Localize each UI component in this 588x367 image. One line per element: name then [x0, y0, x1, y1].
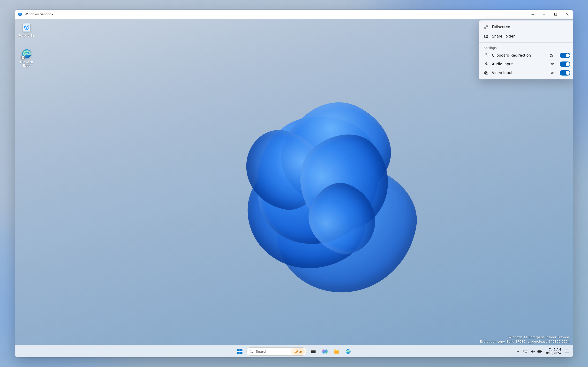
- taskbar-search[interactable]: Search: [246, 347, 307, 356]
- setting-audio-label: Audio Input: [492, 62, 546, 66]
- tray-date: 8/13/2024: [546, 351, 561, 355]
- tray-clock[interactable]: 7:47 AM 8/13/2024: [546, 348, 561, 355]
- sandbox-app-icon: [18, 12, 22, 17]
- setting-clipboard-toggle[interactable]: [560, 53, 570, 58]
- setting-video-input: Video Input On: [479, 68, 573, 77]
- taskbar-search-placeholder: Search: [256, 350, 267, 353]
- taskbar-file-explorer[interactable]: [332, 346, 342, 357]
- system-tray: 7:47 AM 8/13/2024: [515, 348, 573, 355]
- taskbar-center: Search: [235, 346, 353, 357]
- svg-point-10: [485, 72, 487, 74]
- settings-header: Settings: [479, 44, 573, 51]
- search-icon: [249, 350, 253, 353]
- setting-audio-state: On: [549, 62, 554, 66]
- tray-volume-icon[interactable]: [530, 349, 535, 354]
- maximize-button[interactable]: [550, 10, 561, 19]
- tray-display-icon[interactable]: [523, 349, 528, 354]
- setting-audio-toggle[interactable]: [560, 61, 570, 67]
- svg-rect-3: [543, 14, 545, 14]
- watermark-line-1: Windows 11 Enterprise Insider Preview: [480, 335, 570, 339]
- taskbar-task-view[interactable]: [308, 346, 318, 357]
- window-title: Windows Sandbox: [25, 12, 53, 16]
- watermark-line-2: Evaluation copy. Build 27686.rs_prerelea…: [480, 339, 570, 344]
- options-dropdown: Fullscreen Share Folder Settings Clipboa…: [479, 20, 573, 79]
- tray-overflow-button[interactable]: [515, 349, 521, 354]
- taskbar-copilot[interactable]: [320, 346, 330, 357]
- svg-point-2: [533, 14, 534, 14]
- taskbar: Search: [15, 345, 573, 357]
- tray-notifications-button[interactable]: [564, 349, 570, 354]
- search-highlight-icon: [291, 348, 305, 355]
- desktop-icon-recycle-bin[interactable]: Recycle Bin: [17, 21, 36, 37]
- taskbar-edge[interactable]: [343, 346, 353, 357]
- svg-rect-15: [237, 349, 240, 351]
- menu-share-folder-label: Share Folder: [492, 34, 515, 39]
- svg-rect-26: [541, 351, 542, 352]
- more-options-button[interactable]: [527, 10, 538, 19]
- setting-clipboard-redirection: Clipboard Redirection On: [479, 51, 573, 60]
- camera-icon: [484, 70, 489, 75]
- svg-rect-4: [555, 13, 557, 15]
- menu-fullscreen[interactable]: Fullscreen: [479, 23, 573, 32]
- svg-rect-24: [525, 351, 527, 352]
- svg-rect-17: [237, 352, 240, 354]
- desktop-icon-edge-label-1: Microsoft: [17, 60, 36, 64]
- svg-point-0: [531, 14, 531, 14]
- menu-share-folder[interactable]: Share Folder: [479, 32, 573, 41]
- fullscreen-icon: [484, 25, 489, 30]
- svg-rect-27: [538, 351, 541, 352]
- menu-fullscreen-label: Fullscreen: [492, 25, 510, 29]
- close-button[interactable]: [561, 10, 573, 19]
- start-button[interactable]: [235, 346, 245, 357]
- desktop-icon-recycle-bin-label: Recycle Bin: [17, 34, 36, 37]
- recycle-bin-icon: [21, 21, 33, 33]
- svg-point-1: [532, 14, 533, 14]
- clipboard-icon: [484, 53, 489, 58]
- microphone-icon: [484, 62, 489, 67]
- setting-clipboard-label: Clipboard Redirection: [492, 53, 546, 58]
- edge-icon: ↗: [21, 48, 33, 59]
- svg-rect-13: [23, 23, 31, 25]
- wallpaper-bloom: [207, 73, 437, 303]
- sandbox-window: Windows Sandbox Fullscreen Share Folder: [15, 10, 573, 357]
- desktop-icon-edge-label-2: Edge: [17, 64, 36, 67]
- svg-rect-18: [240, 352, 243, 354]
- desktop-icon-edge[interactable]: ↗ Microsoft Edge: [17, 48, 36, 67]
- setting-clipboard-state: On: [549, 53, 554, 57]
- setting-video-label: Video Input: [492, 71, 546, 75]
- menu-separator: [479, 42, 573, 43]
- minimize-button[interactable]: [538, 10, 550, 19]
- setting-audio-input: Audio Input On: [479, 60, 573, 68]
- svg-point-19: [250, 350, 252, 352]
- setting-video-toggle[interactable]: [560, 70, 570, 75]
- svg-rect-8: [486, 62, 487, 64]
- svg-rect-21: [311, 350, 316, 351]
- tray-time: 7:47 AM: [546, 348, 561, 351]
- svg-rect-11: [485, 71, 487, 72]
- svg-rect-16: [240, 349, 243, 351]
- shortcut-arrow-icon: ↗: [21, 56, 25, 59]
- tray-battery-icon[interactable]: [537, 349, 542, 354]
- watermark: Windows 11 Enterprise Insider Preview Ev…: [480, 335, 570, 344]
- titlebar: Windows Sandbox: [15, 10, 573, 19]
- setting-video-state: On: [549, 71, 554, 75]
- share-folder-icon: [484, 34, 489, 39]
